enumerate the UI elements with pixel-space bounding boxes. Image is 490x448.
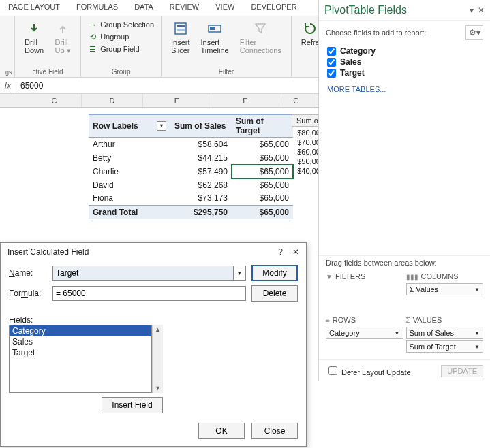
timeline-icon (206, 20, 223, 37)
table-row: David$62,268$65,000 (89, 178, 293, 192)
area-rows[interactable]: ≡ROWS Category▼ (324, 313, 405, 357)
filter-icon: ▼ (326, 273, 333, 281)
chip-category[interactable]: Category▼ (326, 327, 403, 339)
chevron-down-icon: ▼ (395, 330, 400, 336)
chip-sigma-values[interactable]: Σ Values▼ (406, 283, 484, 295)
modify-button[interactable]: Modify (251, 265, 298, 281)
group-field-button[interactable]: ☰Group Field (87, 44, 155, 54)
tab-page-layout[interactable]: PAGE LAYOUT (0, 0, 68, 16)
area-values[interactable]: ΣVALUES Sum of Sales▼ Sum of Target▼ (405, 313, 485, 357)
tab-formulas[interactable]: FORMULAS (68, 0, 126, 16)
pane-settings-button[interactable]: ⚙ ▾ (465, 25, 483, 40)
dialog-title: Insert Calculated Field (7, 247, 89, 257)
grand-total-row: Grand Total$295,750$65,000 (89, 206, 293, 219)
field-sales-checkbox[interactable] (327, 58, 336, 67)
row-labels-dropdown-icon[interactable]: ▾ (157, 121, 166, 131)
group-group-label: Group (87, 67, 155, 76)
formula-input-dialog[interactable] (52, 286, 246, 301)
insert-timeline-button[interactable]: InsertTimeline (197, 19, 233, 56)
scroll-down-icon[interactable]: ▼ (155, 385, 161, 391)
listbox-scrollbar[interactable]: ▲ ▼ (152, 325, 163, 393)
drill-up-button[interactable]: DrillUp ▾ (50, 19, 75, 57)
insert-field-button[interactable]: Insert Field (102, 397, 163, 413)
group-selection-icon: → (88, 20, 97, 29)
table-row: Betty$44,215$65,000 (89, 151, 293, 165)
col-header-f[interactable]: F (211, 94, 279, 107)
formula-label: Formula: (9, 289, 47, 298)
pivot-header-sum-target: Sum of Target (232, 115, 293, 138)
pivot-header-rowlabels[interactable]: Row Labels▾ (89, 115, 170, 138)
field-target-checkbox[interactable] (327, 69, 336, 78)
chevron-down-icon: ▼ (474, 287, 480, 293)
col-header-c[interactable]: C (27, 94, 82, 107)
tab-developer[interactable]: DEVELOPER (243, 0, 305, 16)
drag-label: Drag fields between areas below: (319, 255, 490, 270)
svg-rect-1 (177, 25, 185, 27)
list-item[interactable]: Sales (10, 336, 151, 347)
fx-icon[interactable]: fx (0, 78, 16, 93)
active-field-group-label: ctive Field (20, 67, 75, 76)
ungroup-icon: ⟲ (88, 32, 97, 42)
pivot-table: Row Labels▾ Sum of Sales Sum of Target A… (89, 114, 293, 219)
pivottable-fields-pane: PivotTable Fields ▾ ✕ Choose fields to a… (318, 0, 490, 381)
tab-data[interactable]: DATA (126, 0, 162, 16)
col-header-d[interactable]: D (82, 94, 143, 107)
dialog-help-icon[interactable]: ? (278, 247, 283, 257)
area-columns[interactable]: ▮▮▮COLUMNS Σ Values▼ (405, 270, 485, 313)
slicer-icon (172, 20, 189, 37)
delete-button[interactable]: Delete (251, 285, 298, 302)
chevron-down-icon: ▼ (474, 330, 480, 336)
list-item[interactable]: Category (10, 325, 151, 336)
update-button[interactable]: UPDATE (441, 365, 483, 377)
filter-group-label: Filter (167, 67, 286, 76)
dialog-close-icon[interactable]: ✕ (292, 247, 299, 257)
field-sales[interactable]: Sales (327, 57, 482, 67)
fields-label: Fields: (9, 315, 298, 325)
filter-connections-button[interactable]: FilterConnections (236, 19, 286, 56)
chevron-down-icon: ▼ (474, 344, 480, 350)
col-header-e[interactable]: E (143, 94, 211, 107)
pivot-header-sum-sales: Sum of Sales (170, 115, 232, 138)
chip-sum-of-target[interactable]: Sum of Target▼ (406, 340, 484, 353)
chip-sum-of-sales[interactable]: Sum of Sales▼ (406, 327, 484, 339)
drill-up-icon (55, 20, 71, 37)
filter-connections-icon (252, 20, 269, 37)
columns-icon: ▮▮▮ (406, 273, 418, 281)
more-tables-link[interactable]: MORE TABLES... (319, 80, 490, 99)
pane-subtitle: Choose fields to add to report: (326, 29, 426, 37)
list-item[interactable]: Target (10, 347, 151, 358)
group-field-icon: ☰ (88, 44, 97, 54)
tab-view[interactable]: VIEW (207, 0, 243, 16)
chevron-down-icon: ▾ (238, 270, 241, 276)
fields-listbox[interactable]: Category Sales Target (9, 325, 152, 393)
close-button[interactable]: Close (251, 423, 298, 439)
values-icon: Σ (406, 317, 410, 324)
tab-review[interactable]: REVIEW (162, 0, 207, 16)
insert-slicer-button[interactable]: InsertSlicer (167, 19, 194, 56)
defer-layout-checkbox[interactable] (328, 366, 337, 375)
pane-close-icon[interactable]: ✕ (478, 5, 485, 15)
field-target[interactable]: Target (327, 67, 482, 78)
ok-button[interactable]: OK (198, 423, 245, 439)
area-filters[interactable]: ▼FILTERS (324, 270, 405, 313)
field-category[interactable]: Category (327, 46, 482, 57)
table-row: Fiona$73,173$65,000 (89, 192, 293, 206)
name-combo-button[interactable]: ▾ (234, 266, 246, 281)
scroll-up-icon[interactable]: ▲ (155, 326, 161, 333)
svg-rect-4 (210, 27, 215, 30)
defer-layout-checkbox-label[interactable]: Defer Layout Update (326, 364, 411, 377)
table-row: Charlie$57,490$65,000 (89, 165, 293, 178)
name-input[interactable] (52, 266, 234, 281)
drill-down-icon (26, 20, 42, 37)
group-selection-button[interactable]: →Group Selection (87, 19, 155, 30)
rows-icon: ≡ (326, 317, 330, 324)
drill-down-button[interactable]: DrillDown (20, 19, 48, 57)
pane-dropdown-icon[interactable]: ▾ (470, 5, 474, 15)
ungroup-button[interactable]: ⟲Ungroup (87, 31, 155, 42)
table-row: Arthur$58,604$65,000 (89, 138, 293, 151)
field-list: Category Sales Target (319, 44, 490, 80)
field-category-checkbox[interactable] (327, 47, 336, 56)
selected-cell[interactable]: $65,000 (232, 165, 293, 178)
col-header-g[interactable]: G (279, 94, 313, 107)
gear-icon: ⚙ (469, 28, 476, 37)
